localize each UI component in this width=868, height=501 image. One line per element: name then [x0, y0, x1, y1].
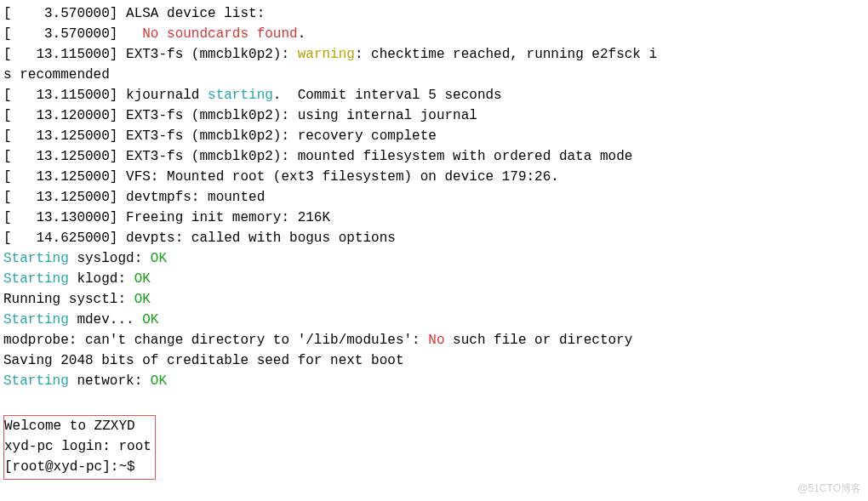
log-text: s recommended [3, 67, 110, 83]
log-text: EXT3-fs (mmcblk0p2): mounted filesystem … [126, 149, 632, 164]
ok-status: OK [142, 312, 158, 327]
log-text: . Commit interval 5 seconds [273, 88, 502, 103]
service-label: mdev... [69, 312, 142, 327]
service-line: modprobe: can't change directory to '/li… [3, 330, 868, 350]
timestamp: [ 13.115000] [3, 47, 126, 62]
log-text: Saving 2048 bits of creditable seed for … [3, 353, 403, 368]
ok-status: OK [134, 292, 151, 307]
service-label: syslogd: [69, 251, 151, 266]
timestamp: [ 13.125000] [3, 190, 126, 205]
service-line: Starting syslogd: OK [3, 248, 868, 269]
timestamp: [ 13.130000] [3, 210, 126, 225]
shell-prompt: [root@xyd-pc]:~$ [4, 459, 143, 475]
blank-line [3, 391, 868, 412]
timestamp: [ 3.570000] [3, 6, 126, 21]
service-label: Running sysctl: [3, 292, 134, 307]
log-text: devtmpfs: mounted [126, 190, 265, 205]
login-input-value[interactable]: root [118, 439, 151, 454]
service-line: Starting network: OK [3, 371, 868, 391]
log-text: Freeing init memory: 216K [126, 210, 330, 225]
kernel-line: [ 13.115000] kjournald starting. Commit … [3, 85, 868, 105]
error-text: No [428, 333, 444, 348]
login-highlight-box: Welcome to ZZXYD xyd-pc login: root [roo… [3, 415, 156, 480]
kernel-line: [ 3.570000] No soundcards found. [3, 24, 868, 44]
action-text: Starting [3, 373, 69, 389]
welcome-line: Welcome to ZZXYD [4, 416, 151, 436]
ok-status: OK [151, 373, 167, 389]
kernel-line: [ 3.570000] ALSA device list: [3, 3, 868, 24]
service-label: network: [69, 373, 151, 389]
login-prompt-label: xyd-pc login: [4, 439, 118, 454]
service-line: Starting klogd: OK [3, 269, 868, 289]
action-text: Starting [3, 251, 69, 266]
kernel-line: [ 13.130000] Freeing init memory: 216K [3, 208, 868, 228]
status-text: starting [208, 88, 273, 103]
service-line: Running sysctl: OK [3, 289, 868, 310]
login-prompt-line: xyd-pc login: root [4, 436, 151, 457]
timestamp: [ 13.120000] [3, 108, 126, 123]
log-text: modprobe: can't change directory to '/li… [3, 333, 428, 348]
kernel-line: [ 13.125000] devtmpfs: mounted [3, 187, 868, 208]
log-text: . [298, 26, 306, 42]
timestamp: [ 13.125000] [3, 169, 126, 185]
timestamp: [ 14.625000] [3, 231, 126, 246]
log-text: kjournald [126, 88, 208, 103]
log-text: EXT3-fs (mmcblk0p2): [126, 47, 298, 62]
service-line: Starting mdev... OK [3, 310, 868, 330]
kernel-line: [ 13.125000] EXT3-fs (mmcblk0p2): mounte… [3, 146, 868, 167]
timestamp: [ 13.125000] [3, 128, 126, 144]
warning-text: warning [298, 47, 355, 62]
kernel-line: [ 14.625000] devpts: called with bogus o… [3, 228, 868, 248]
timestamp: [ 13.125000] [3, 149, 126, 164]
log-text: VFS: Mounted root (ext3 filesystem) on d… [126, 169, 559, 185]
service-line: Saving 2048 bits of creditable seed for … [3, 350, 868, 371]
log-text: ALSA device list: [126, 6, 265, 21]
terminal-output: [ 3.570000] ALSA device list: [ 3.570000… [3, 3, 868, 480]
watermark: @51CTO博客 [797, 481, 861, 496]
ok-status: OK [151, 251, 167, 266]
kernel-line: [ 13.125000] EXT3-fs (mmcblk0p2): recove… [3, 126, 868, 146]
log-text: such file or directory [444, 333, 632, 348]
shell-prompt-line: [root@xyd-pc]:~$ [4, 457, 151, 477]
log-text: EXT3-fs (mmcblk0p2): recovery complete [126, 128, 437, 144]
action-text: Starting [3, 271, 69, 287]
kernel-line: [ 13.115000] EXT3-fs (mmcblk0p2): warnin… [3, 44, 868, 65]
timestamp: [ 3.570000] [3, 26, 142, 42]
error-text: No soundcards found [142, 26, 297, 42]
log-text: devpts: called with bogus options [126, 231, 396, 246]
log-text: : checktime reached, running e2fsck i [355, 47, 657, 62]
timestamp: [ 13.115000] [3, 88, 126, 103]
kernel-line: [ 13.120000] EXT3-fs (mmcblk0p2): using … [3, 105, 868, 126]
welcome-text: Welcome to ZZXYD [4, 418, 135, 434]
kernel-line: [ 13.125000] VFS: Mounted root (ext3 fil… [3, 167, 868, 187]
log-text: EXT3-fs (mmcblk0p2): using internal jour… [126, 108, 477, 123]
ok-status: OK [134, 271, 151, 287]
action-text: Starting [3, 312, 69, 327]
service-label: klogd: [69, 271, 134, 287]
kernel-line-wrap: s recommended [3, 65, 868, 85]
